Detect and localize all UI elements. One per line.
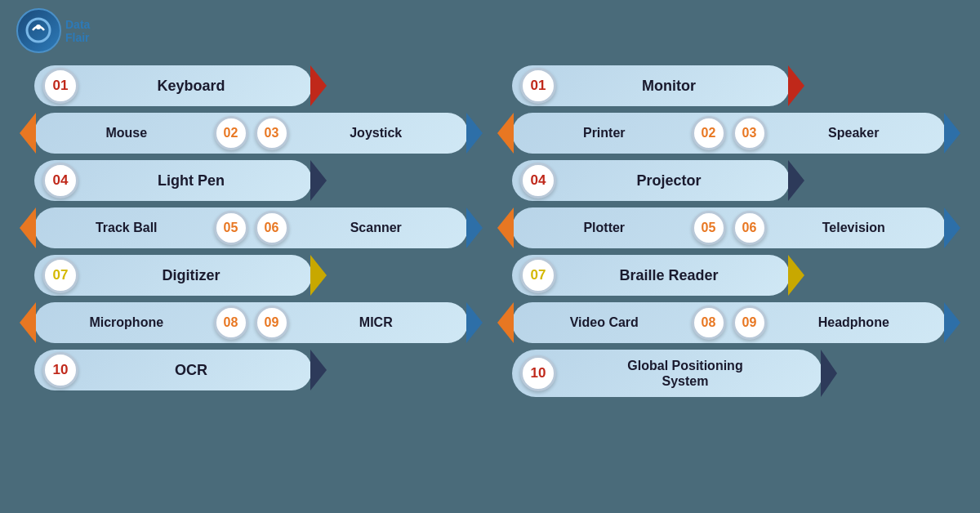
svg-point-1 [36,25,41,29]
arrow-left-icon [497,113,514,154]
item-label-left: Video Card [512,315,688,330]
item-label-right: MICR [292,315,469,330]
row-wrapper: 01Keyboard [34,65,468,106]
arrow-left-icon [20,302,36,343]
output-column: 01MonitorPrinter0203Speaker04ProjectorPl… [494,65,964,397]
number-circle-right: 03 [733,116,767,150]
item-label: OCR [87,362,296,379]
item-label: Monitor [564,78,773,95]
arrow-right-icon [310,65,327,106]
item-label: Light Pen [87,172,296,190]
pill-double: Video Card0809Headphone [512,302,946,343]
number-circle-right: 06 [255,211,289,245]
arrow-right-icon [788,255,804,296]
row-wrapper: Microphone0809MICR [34,302,468,343]
item-label-right: Headphone [770,315,947,330]
number-circle-left: 02 [214,116,248,150]
item-label-gps: Global PositioningSystem [564,358,806,389]
number-circle: 10 [42,352,78,388]
pill-double: Microphone0809MICR [34,302,468,343]
arrow-right-icon [821,350,837,397]
pill-single: 01Monitor [512,65,790,106]
arrow-right-icon [310,350,327,390]
pill-double: Plotter0506Television [512,207,946,248]
item-label: Projector [564,172,773,190]
number-circle-right: 06 [733,211,767,245]
item-label-right: Joystick [292,126,469,141]
item-label-right: Television [770,221,947,235]
item-label-right: Scanner [292,221,469,235]
arrow-right-icon [310,160,327,201]
header: Data Flair [0,0,980,61]
pill-single: 07Digitizer [34,255,312,296]
logo-text: Data Flair [65,18,90,44]
arrow-right-icon [466,302,483,343]
pill-single: 10OCR [34,350,312,390]
number-circle-right: 03 [255,116,289,150]
number-circle-left: 08 [692,306,726,340]
item-label: Keyboard [87,78,296,95]
input-column: 01KeyboardMouse0203Joystick04Light PenTr… [16,65,486,397]
number-circle: 07 [520,257,556,293]
number-circle: 04 [520,163,556,199]
main-content: 01KeyboardMouse0203Joystick04Light PenTr… [0,61,980,401]
logo-data: Data [65,18,90,31]
logo-flair: Flair [65,31,90,44]
arrow-right-icon [310,255,327,296]
row-wrapper: Plotter0506Television [512,207,946,248]
item-label-left: Printer [512,126,688,141]
number-circle: 01 [520,68,556,104]
pill-double: Mouse0203Joystick [34,113,468,154]
row-wrapper: 10Global PositioningSystem [512,350,946,397]
pill-single: 04Light Pen [34,160,312,201]
number-circle: 07 [42,257,78,293]
number-circle-left: 05 [214,211,248,245]
item-label-left: Track Ball [34,221,211,235]
row-wrapper: 07Braille Reader [512,255,946,296]
item-label-right: Speaker [770,126,947,141]
pill-double: Track Ball0506Scanner [34,207,468,248]
row-wrapper: 07Digitizer [34,255,468,296]
number-circle: 01 [42,68,78,104]
pill-gps: 10Global PositioningSystem [512,350,822,397]
number-circle: 04 [42,163,78,199]
number-circle: 10 [520,355,556,391]
item-label-left: Microphone [34,315,211,330]
number-circle-left: 08 [214,306,248,340]
row-wrapper: Video Card0809Headphone [512,302,946,343]
logo: Data Flair [16,8,90,53]
row-wrapper: 04Light Pen [34,160,468,201]
logo-circle [16,8,61,53]
pill-single: 07Braille Reader [512,255,790,296]
item-label-left: Mouse [34,126,211,141]
number-circle-left: 02 [692,116,726,150]
row-wrapper: Printer0203Speaker [512,113,946,154]
number-circle-right: 09 [255,306,289,340]
number-circle-left: 05 [692,211,726,245]
arrow-right-icon [466,207,483,248]
arrow-right-icon [788,65,804,106]
svg-point-0 [27,19,50,42]
pill-single: 01Keyboard [34,65,312,106]
item-label: Digitizer [87,267,296,284]
arrow-right-icon [788,160,804,201]
arrow-left-icon [20,207,36,248]
row-wrapper: 01Monitor [512,65,946,106]
pill-single: 04Projector [512,160,790,201]
item-label: Braille Reader [564,267,773,284]
arrow-right-icon [944,113,960,154]
arrow-left-icon [20,113,36,154]
row-wrapper: 04Projector [512,160,946,201]
item-label-left: Plotter [512,221,688,235]
arrow-left-icon [497,302,514,343]
row-wrapper: 10OCR [34,350,468,390]
row-wrapper: Mouse0203Joystick [34,113,468,154]
arrow-right-icon [944,207,960,248]
arrow-right-icon [466,113,483,154]
arrow-right-icon [944,302,960,343]
row-wrapper: Track Ball0506Scanner [34,207,468,248]
pill-double: Printer0203Speaker [512,113,946,154]
number-circle-right: 09 [733,306,767,340]
arrow-left-icon [497,207,514,248]
